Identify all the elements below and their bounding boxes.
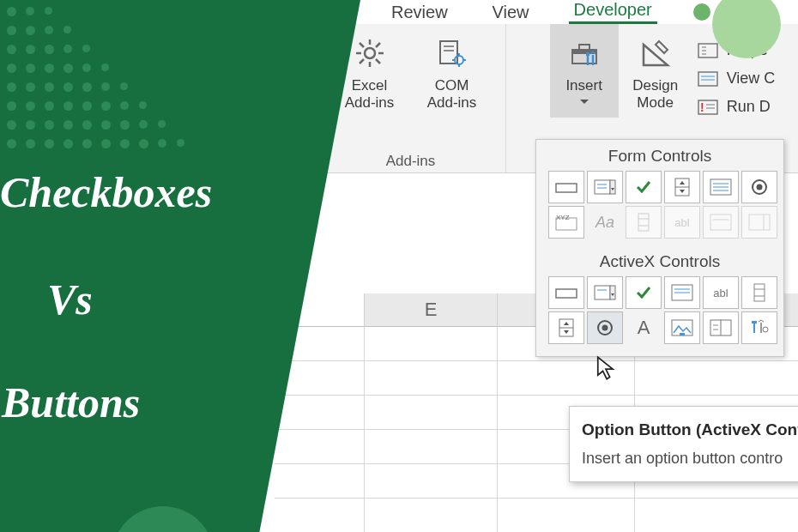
form-option-icon[interactable] <box>741 171 777 203</box>
com-addins-button[interactable]: COM Add-ins <box>411 24 493 112</box>
tab-view[interactable]: View <box>487 1 535 24</box>
grid-row <box>275 499 798 532</box>
svg-rect-36 <box>610 180 615 194</box>
activex-image-icon[interactable] <box>664 311 700 344</box>
svg-rect-54 <box>749 215 770 230</box>
grid-cell[interactable] <box>275 499 365 532</box>
grid-cell[interactable] <box>365 430 498 463</box>
design-mode-button[interactable]: Design Mode <box>619 24 692 118</box>
title-line-2: Vs <box>47 275 93 324</box>
form-scrollbar-icon[interactable] <box>626 206 662 239</box>
grid-cell[interactable] <box>498 499 635 532</box>
activex-scrollbar-icon[interactable] <box>741 276 777 309</box>
run-dialog-label: Run D <box>727 98 771 116</box>
col-header-e[interactable]: E <box>365 293 498 327</box>
svg-point-0 <box>365 48 375 58</box>
activex-listbox-icon[interactable] <box>664 276 700 309</box>
svg-rect-27 <box>698 72 717 86</box>
activex-combo-icon[interactable] <box>587 276 623 309</box>
form-listedit-icon[interactable] <box>741 206 777 239</box>
activex-toggle-icon[interactable] <box>703 311 739 344</box>
grid-cell[interactable] <box>365 464 498 498</box>
form-controls-grid: XYZ Aa abl <box>536 171 783 245</box>
form-listbox-icon[interactable] <box>703 171 739 203</box>
svg-rect-35 <box>595 180 610 194</box>
svg-point-12 <box>455 56 463 64</box>
view-code-label: View C <box>727 70 776 88</box>
svg-rect-58 <box>610 286 615 299</box>
run-dialog-button[interactable]: ! Run D <box>692 96 779 118</box>
svg-rect-77 <box>752 321 757 323</box>
excel-addins-label: Excel Add-ins <box>345 77 395 112</box>
form-button-icon[interactable] <box>548 171 584 203</box>
tooltip-body: Insert an option button contro <box>582 450 798 468</box>
gear-document-icon <box>433 34 471 72</box>
svg-rect-19 <box>579 45 589 50</box>
svg-point-79 <box>763 327 768 332</box>
activex-controls-label: ActiveX Controls <box>536 245 783 276</box>
tooltip-title: Option Button (ActiveX Cont <box>582 420 798 439</box>
grid-row <box>275 361 798 396</box>
activex-more-icon[interactable] <box>741 311 777 344</box>
title-line-1: Checkboxes <box>0 167 212 217</box>
svg-rect-21 <box>586 52 589 56</box>
tab-review[interactable]: Review <box>386 1 453 24</box>
mouse-cursor-icon <box>595 355 616 381</box>
run-dialog-icon: ! <box>696 99 720 116</box>
grid-cell[interactable] <box>365 327 498 360</box>
insert-label: Insert <box>565 77 602 94</box>
deco-circle-small <box>693 3 710 21</box>
grid-cell[interactable] <box>275 430 365 463</box>
svg-rect-34 <box>556 184 577 192</box>
activex-textbox-icon[interactable]: abl <box>703 276 739 309</box>
excel-window: Review View Developer Excel Add-ins COM … <box>275 0 798 532</box>
svg-rect-52 <box>710 215 731 230</box>
insert-controls-popup: Form Controls XYZ Aa abl ActiveX Control… <box>535 139 784 357</box>
view-code-icon <box>696 70 720 88</box>
svg-point-46 <box>757 184 763 190</box>
svg-text:!: ! <box>700 100 704 114</box>
form-combo-icon[interactable] <box>587 171 623 203</box>
form-spin-icon[interactable] <box>664 171 700 203</box>
form-checkbox-icon[interactable] <box>626 171 662 203</box>
activex-command-icon[interactable] <box>548 276 584 309</box>
form-textfield-icon[interactable]: abl <box>664 206 700 239</box>
com-addins-label: COM Add-ins <box>427 77 477 112</box>
form-combolist-icon[interactable] <box>703 206 739 239</box>
activex-controls-grid: abl A <box>536 276 783 351</box>
activex-option-icon[interactable] <box>587 311 623 344</box>
form-groupbox-icon[interactable]: XYZ <box>548 206 584 239</box>
tab-developer[interactable]: Developer <box>569 0 657 24</box>
dropdown-caret-icon <box>580 100 589 105</box>
insert-dropdown-button[interactable]: Insert <box>550 24 619 118</box>
tooltip-popup: Option Button (ActiveX Cont Insert an op… <box>569 406 798 482</box>
activex-label-icon[interactable]: A <box>626 311 662 344</box>
activex-checkbox-icon[interactable] <box>626 276 662 309</box>
svg-rect-71 <box>680 333 685 336</box>
svg-line-8 <box>360 59 364 63</box>
view-code-button[interactable]: View C <box>692 68 779 89</box>
form-label-icon[interactable]: Aa <box>587 206 623 239</box>
design-mode-label: Design Mode <box>632 77 678 112</box>
svg-rect-57 <box>595 286 610 299</box>
grid-cell[interactable] <box>275 464 365 498</box>
form-controls-label: Form Controls <box>536 140 783 171</box>
svg-rect-23 <box>698 44 717 57</box>
grid-cell[interactable] <box>275 396 365 429</box>
title-line-3: Buttons <box>2 378 140 427</box>
design-mode-icon <box>637 34 674 72</box>
svg-rect-49 <box>638 214 649 231</box>
grid-cell[interactable] <box>635 361 798 395</box>
svg-line-7 <box>376 43 380 47</box>
svg-point-69 <box>602 325 608 331</box>
grid-cell[interactable] <box>365 499 498 532</box>
grid-cell[interactable] <box>635 499 798 532</box>
grid-cell[interactable] <box>365 396 498 429</box>
gear-icon <box>351 34 389 72</box>
grid-cell[interactable] <box>365 361 498 395</box>
ribbon-tabs: Review View Developer <box>386 0 657 24</box>
svg-rect-63 <box>754 284 765 301</box>
dots-pattern: // decorative halftone dots — generated … <box>0 0 189 154</box>
toolbox-icon <box>565 34 603 72</box>
activex-spin-icon[interactable] <box>548 311 584 344</box>
